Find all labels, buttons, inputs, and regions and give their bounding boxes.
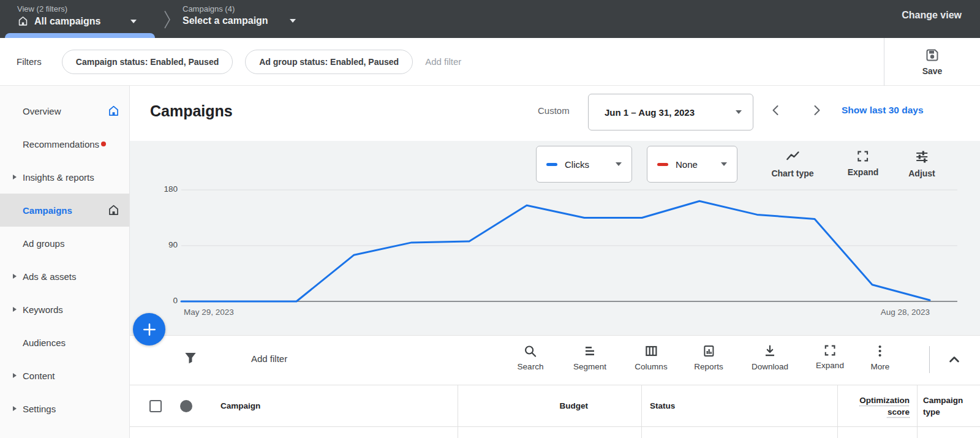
- sidebar-item-audiences[interactable]: Audiences: [0, 326, 129, 359]
- more-vertical-icon: [873, 344, 888, 358]
- sidebar-item-keywords[interactable]: Keywords: [0, 293, 129, 326]
- chevron-down-icon: [616, 162, 622, 166]
- change-view-button[interactable]: Change view: [902, 10, 962, 21]
- chart-adjust-button[interactable]: Adjust: [908, 149, 935, 178]
- sidebar-item-settings[interactable]: Settings: [0, 392, 129, 425]
- y-axis-tick-90: 90: [147, 240, 178, 249]
- download-button[interactable]: Download: [752, 344, 788, 371]
- campaign-selector[interactable]: Campaigns (4) Select a campaign: [183, 0, 323, 38]
- page-header-row: Campaigns Custom Jun 1 – Aug 31, 2023 Sh…: [130, 86, 980, 141]
- main-content: Campaigns Custom Jun 1 – Aug 31, 2023 Sh…: [130, 86, 980, 438]
- chart-type-button[interactable]: Chart type: [771, 149, 813, 178]
- chart-expand-button[interactable]: Expand: [848, 149, 879, 177]
- sidebar-item-overview[interactable]: Overview: [0, 94, 129, 127]
- segment-label: Segment: [573, 362, 606, 371]
- sidebar-item-label: Insights & reports: [23, 172, 94, 183]
- view-switcher[interactable]: View (2 filters) All campaigns: [17, 0, 158, 38]
- campaign-selector-label: Campaigns (4): [183, 4, 323, 13]
- column-header-status[interactable]: Status: [650, 401, 675, 410]
- more-label: More: [871, 362, 890, 371]
- table-row: [130, 427, 980, 438]
- series-2-selector[interactable]: None: [647, 146, 737, 183]
- date-range-value: Jun 1 – Aug 31, 2023: [605, 107, 732, 118]
- series-2-legend-dash: [657, 163, 668, 166]
- column-header-optimization-score[interactable]: Optimization score: [842, 395, 910, 418]
- filter-funnel-icon[interactable]: [183, 350, 198, 366]
- show-last-30-days-link[interactable]: Show last 30 days: [842, 105, 924, 116]
- column-header-budget[interactable]: Budget: [458, 401, 588, 410]
- performance-chart-section: 180 90 0 May 29, 2023 Aug 28, 2023 Click…: [130, 141, 980, 336]
- reports-button[interactable]: Reports: [694, 344, 723, 371]
- plus-icon: [141, 322, 157, 338]
- search-button[interactable]: Search: [518, 344, 544, 371]
- search-icon: [523, 344, 538, 358]
- series-1-selector[interactable]: Clicks: [536, 146, 632, 183]
- series-1-legend-dash: [546, 163, 557, 166]
- chart-adjust-label: Adjust: [908, 168, 935, 178]
- save-icon: [925, 48, 940, 62]
- column-divider: [641, 385, 642, 426]
- home-icon: [107, 105, 120, 118]
- chevron-down-icon: [130, 20, 137, 23]
- x-axis-end-label: Aug 28, 2023: [881, 308, 930, 317]
- columns-label: Columns: [635, 362, 667, 371]
- column-header-campaign-type[interactable]: Campaign type: [923, 395, 976, 418]
- date-range-picker[interactable]: Jun 1 – Aug 31, 2023: [588, 94, 753, 130]
- column-divider: [837, 427, 838, 438]
- y-axis-tick-180: 180: [147, 184, 178, 194]
- column-divider: [458, 385, 458, 426]
- table-add-filter[interactable]: Add filter: [251, 353, 287, 364]
- view-switcher-value: All campaigns: [34, 16, 100, 27]
- page-title: Campaigns: [150, 102, 233, 120]
- sidebar-item-label: Recommendations: [23, 139, 99, 149]
- view-switcher-label: View (2 filters): [17, 4, 158, 13]
- select-all-checkbox[interactable]: [149, 400, 162, 412]
- sidebar-item-label: Overview: [23, 106, 61, 116]
- reports-icon: [701, 344, 716, 358]
- home-icon: [17, 15, 29, 27]
- sidebar-item-insights-reports[interactable]: Insights & reports: [0, 160, 129, 194]
- y-axis-tick-0: 0: [147, 296, 178, 305]
- notification-dot: [101, 142, 106, 146]
- collapse-chart-button[interactable]: [946, 351, 963, 368]
- table-toolbar: Add filter Search Segment Columns Report…: [130, 336, 980, 385]
- columns-button[interactable]: Columns: [635, 344, 667, 371]
- table-expand-button[interactable]: Expand: [816, 344, 844, 370]
- active-view-indicator: [5, 33, 155, 38]
- search-label: Search: [518, 362, 544, 371]
- previous-period-button[interactable]: [769, 103, 783, 118]
- save-button[interactable]: Save: [922, 48, 943, 76]
- sidebar-item-label: Settings: [23, 404, 56, 414]
- sidebar-item-campaigns[interactable]: Campaigns: [0, 194, 129, 227]
- chevron-down-icon: [721, 162, 727, 166]
- column-divider: [458, 427, 458, 438]
- series-1-label: Clicks: [565, 159, 589, 170]
- filter-chip-ad-group-status[interactable]: Ad group status: Enabled, Paused: [245, 50, 413, 74]
- campaign-selector-value: Select a campaign: [183, 15, 268, 26]
- save-region: Save: [884, 38, 980, 86]
- save-button-label: Save: [922, 66, 943, 76]
- more-button[interactable]: More: [871, 344, 890, 371]
- segment-button[interactable]: Segment: [573, 344, 606, 371]
- column-divider: [917, 427, 918, 438]
- sidebar-item-ad-groups[interactable]: Ad groups: [0, 227, 129, 260]
- expand-label: Expand: [816, 361, 844, 370]
- add-filter-link[interactable]: Add filter: [425, 56, 461, 67]
- columns-icon: [644, 344, 658, 358]
- toolbar-divider: [929, 346, 930, 373]
- download-label: Download: [752, 362, 788, 371]
- download-icon: [763, 344, 777, 358]
- expand-icon: [856, 149, 870, 163]
- expand-arrow-icon: [13, 274, 17, 279]
- sidebar-item-recommendations[interactable]: Recommendations: [0, 127, 129, 160]
- filter-chip-campaign-status[interactable]: Campaign status: Enabled, Paused: [62, 50, 233, 74]
- sidebar-item-ads-assets[interactable]: Ads & assets: [0, 260, 129, 293]
- next-period-button[interactable]: [809, 103, 824, 118]
- add-campaign-fab[interactable]: [133, 313, 165, 345]
- date-mode-label: Custom: [538, 105, 570, 116]
- x-axis-start-label: May 29, 2023: [184, 308, 234, 317]
- sidebar-item-content[interactable]: Content: [0, 359, 129, 392]
- chart-expand-label: Expand: [848, 167, 879, 177]
- sidebar-item-label: Content: [23, 371, 55, 381]
- column-header-campaign[interactable]: Campaign: [221, 401, 260, 410]
